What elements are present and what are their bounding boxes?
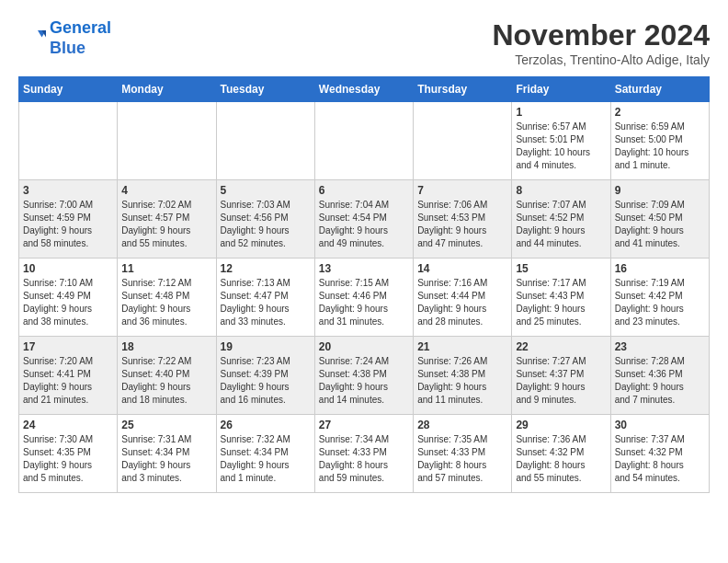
calendar-cell [19, 102, 118, 180]
day-info: Sunrise: 7:37 AM Sunset: 4:32 PM Dayligh… [615, 433, 705, 485]
day-info: Sunrise: 7:24 AM Sunset: 4:38 PM Dayligh… [319, 355, 409, 407]
calendar-cell: 18Sunrise: 7:22 AM Sunset: 4:40 PM Dayli… [118, 337, 216, 415]
calendar-cell: 16Sunrise: 7:19 AM Sunset: 4:42 PM Dayli… [610, 259, 709, 337]
day-number: 8 [516, 184, 606, 197]
day-number: 9 [615, 184, 705, 197]
calendar-cell: 9Sunrise: 7:09 AM Sunset: 4:50 PM Daylig… [610, 180, 709, 259]
day-info: Sunrise: 7:22 AM Sunset: 4:40 PM Dayligh… [121, 355, 211, 407]
calendar-table: SundayMondayTuesdayWednesdayThursdayFrid… [18, 76, 710, 493]
weekday-header: Saturday [610, 77, 709, 102]
calendar-cell: 2Sunrise: 6:59 AM Sunset: 5:00 PM Daylig… [610, 102, 709, 180]
calendar-cell: 23Sunrise: 7:28 AM Sunset: 4:36 PM Dayli… [610, 337, 709, 415]
day-info: Sunrise: 7:09 AM Sunset: 4:50 PM Dayligh… [615, 199, 705, 250]
day-number: 21 [417, 340, 507, 353]
day-number: 16 [615, 262, 705, 275]
day-info: Sunrise: 7:28 AM Sunset: 4:36 PM Dayligh… [615, 355, 705, 407]
title-block: November 2024 Terzolas, Trentino-Alto Ad… [492, 18, 710, 67]
calendar-cell: 25Sunrise: 7:31 AM Sunset: 4:34 PM Dayli… [118, 415, 216, 493]
day-info: Sunrise: 6:59 AM Sunset: 5:00 PM Dayligh… [615, 121, 705, 172]
logo-line1: General [50, 18, 111, 37]
weekday-header: Thursday [414, 77, 512, 102]
calendar-cell [314, 102, 413, 180]
logo-icon [18, 25, 46, 52]
day-info: Sunrise: 7:15 AM Sunset: 4:46 PM Dayligh… [319, 277, 409, 328]
calendar-cell: 27Sunrise: 7:34 AM Sunset: 4:33 PM Dayli… [314, 415, 413, 493]
day-number: 11 [121, 262, 211, 275]
day-number: 5 [221, 184, 311, 197]
calendar-cell: 22Sunrise: 7:27 AM Sunset: 4:37 PM Dayli… [512, 337, 610, 415]
calendar-cell [216, 102, 314, 180]
calendar-cell: 1Sunrise: 6:57 AM Sunset: 5:01 PM Daylig… [512, 102, 610, 180]
weekday-header: Sunday [19, 77, 118, 102]
calendar-cell: 4Sunrise: 7:02 AM Sunset: 4:57 PM Daylig… [118, 180, 216, 259]
day-info: Sunrise: 7:32 AM Sunset: 4:34 PM Dayligh… [221, 433, 311, 485]
day-info: Sunrise: 7:07 AM Sunset: 4:52 PM Dayligh… [516, 199, 606, 250]
day-info: Sunrise: 7:20 AM Sunset: 4:41 PM Dayligh… [23, 355, 113, 407]
day-number: 25 [121, 419, 211, 431]
day-info: Sunrise: 7:16 AM Sunset: 4:44 PM Dayligh… [417, 277, 507, 328]
day-number: 4 [121, 184, 211, 197]
day-number: 7 [417, 184, 507, 197]
day-info: Sunrise: 7:19 AM Sunset: 4:42 PM Dayligh… [615, 277, 705, 328]
day-number: 13 [319, 262, 409, 275]
calendar-cell: 24Sunrise: 7:30 AM Sunset: 4:35 PM Dayli… [19, 415, 118, 493]
calendar-cell: 19Sunrise: 7:23 AM Sunset: 4:39 PM Dayli… [216, 337, 314, 415]
day-number: 26 [221, 419, 311, 431]
day-number: 19 [221, 340, 311, 353]
day-number: 17 [23, 340, 113, 353]
month-title: November 2024 [492, 18, 710, 52]
day-info: Sunrise: 6:57 AM Sunset: 5:01 PM Dayligh… [516, 121, 606, 172]
calendar-cell: 13Sunrise: 7:15 AM Sunset: 4:46 PM Dayli… [314, 259, 413, 337]
svg-rect-0 [18, 25, 46, 52]
day-info: Sunrise: 7:17 AM Sunset: 4:43 PM Dayligh… [516, 277, 606, 328]
calendar-row: 3Sunrise: 7:00 AM Sunset: 4:59 PM Daylig… [19, 180, 710, 259]
day-number: 2 [615, 106, 705, 119]
day-number: 29 [516, 419, 606, 431]
logo: General Blue [18, 18, 111, 58]
calendar-cell: 8Sunrise: 7:07 AM Sunset: 4:52 PM Daylig… [512, 180, 610, 259]
location: Terzolas, Trentino-Alto Adige, Italy [492, 52, 710, 67]
page-header: General Blue November 2024 Terzolas, Tre… [18, 18, 710, 67]
day-number: 3 [23, 184, 113, 197]
day-info: Sunrise: 7:23 AM Sunset: 4:39 PM Dayligh… [221, 355, 311, 407]
day-info: Sunrise: 7:10 AM Sunset: 4:49 PM Dayligh… [23, 277, 113, 328]
logo-text: General Blue [50, 18, 111, 58]
day-info: Sunrise: 7:13 AM Sunset: 4:47 PM Dayligh… [221, 277, 311, 328]
calendar-cell: 3Sunrise: 7:00 AM Sunset: 4:59 PM Daylig… [19, 180, 118, 259]
day-number: 14 [417, 262, 507, 275]
calendar-cell: 12Sunrise: 7:13 AM Sunset: 4:47 PM Dayli… [216, 259, 314, 337]
calendar-cell: 7Sunrise: 7:06 AM Sunset: 4:53 PM Daylig… [414, 180, 512, 259]
day-number: 22 [516, 340, 606, 353]
day-info: Sunrise: 7:02 AM Sunset: 4:57 PM Dayligh… [121, 199, 211, 250]
day-info: Sunrise: 7:26 AM Sunset: 4:38 PM Dayligh… [417, 355, 507, 407]
calendar-cell: 28Sunrise: 7:35 AM Sunset: 4:33 PM Dayli… [414, 415, 512, 493]
day-info: Sunrise: 7:36 AM Sunset: 4:32 PM Dayligh… [516, 433, 606, 485]
day-number: 24 [23, 419, 113, 431]
calendar-cell: 17Sunrise: 7:20 AM Sunset: 4:41 PM Dayli… [19, 337, 118, 415]
header-row: SundayMondayTuesdayWednesdayThursdayFrid… [19, 77, 710, 102]
day-number: 23 [615, 340, 705, 353]
day-info: Sunrise: 7:03 AM Sunset: 4:56 PM Dayligh… [221, 199, 311, 250]
day-info: Sunrise: 7:00 AM Sunset: 4:59 PM Dayligh… [23, 199, 113, 250]
day-number: 15 [516, 262, 606, 275]
day-number: 27 [319, 419, 409, 431]
day-info: Sunrise: 7:31 AM Sunset: 4:34 PM Dayligh… [121, 433, 211, 485]
calendar-row: 17Sunrise: 7:20 AM Sunset: 4:41 PM Dayli… [19, 337, 710, 415]
day-info: Sunrise: 7:27 AM Sunset: 4:37 PM Dayligh… [516, 355, 606, 407]
calendar-cell [118, 102, 216, 180]
day-number: 28 [417, 419, 507, 431]
calendar-row: 1Sunrise: 6:57 AM Sunset: 5:01 PM Daylig… [19, 102, 710, 180]
day-number: 18 [121, 340, 211, 353]
calendar-cell: 6Sunrise: 7:04 AM Sunset: 4:54 PM Daylig… [314, 180, 413, 259]
weekday-header: Monday [118, 77, 216, 102]
calendar-cell: 10Sunrise: 7:10 AM Sunset: 4:49 PM Dayli… [19, 259, 118, 337]
weekday-header: Wednesday [314, 77, 413, 102]
day-number: 1 [516, 106, 606, 119]
calendar-cell: 5Sunrise: 7:03 AM Sunset: 4:56 PM Daylig… [216, 180, 314, 259]
calendar-row: 24Sunrise: 7:30 AM Sunset: 4:35 PM Dayli… [19, 415, 710, 493]
day-info: Sunrise: 7:06 AM Sunset: 4:53 PM Dayligh… [417, 199, 507, 250]
logo-line2: Blue [50, 39, 85, 57]
day-number: 12 [221, 262, 311, 275]
calendar-cell: 15Sunrise: 7:17 AM Sunset: 4:43 PM Dayli… [512, 259, 610, 337]
day-number: 30 [615, 419, 705, 431]
